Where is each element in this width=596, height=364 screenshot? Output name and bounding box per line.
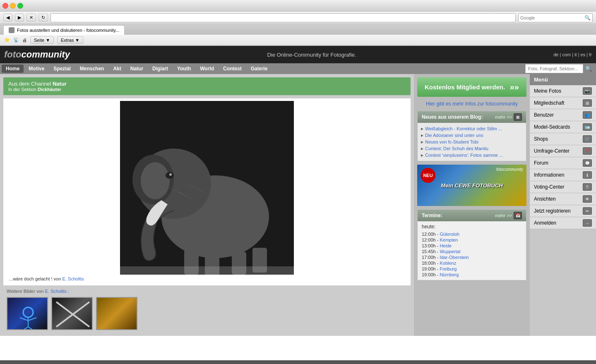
lang-it[interactable]: it <box>574 52 577 57</box>
menu-item-forum[interactable]: Forum💬 <box>530 157 596 169</box>
nav-search-input[interactable] <box>525 64 583 73</box>
join-label: Kostenlos Mitglied werden. <box>425 84 505 91</box>
refresh-button[interactable]: ↻ <box>38 14 48 22</box>
termine-more-link[interactable]: mehr >> <box>495 213 512 218</box>
favorites-icon[interactable]: ⭐ <box>4 37 10 43</box>
nav-motive[interactable]: Motive <box>24 65 48 73</box>
menu-item-mitgliedschaft[interactable]: Mitgliedschaft⊞ <box>530 97 596 109</box>
menu-item-benutzer[interactable]: Benutzer👥 <box>530 109 596 121</box>
blog-item-link[interactable]: Neues von fc-Student Tobi <box>425 139 478 144</box>
nav-akt[interactable]: Akt <box>109 65 125 73</box>
channel-header: Aus dem Channel Natur In der Sektion Dic… <box>3 77 411 95</box>
nav-home[interactable]: Home <box>2 65 24 73</box>
nav-contest[interactable]: Contest <box>219 65 246 73</box>
stop-button[interactable]: ✕ <box>26 14 36 22</box>
menu-item-label: Jetzt registrieren <box>534 208 571 214</box>
lang-es[interactable]: es <box>581 52 586 57</box>
blog-more-link[interactable]: mehr >> <box>495 115 512 120</box>
menu-items: Meine Fotos📷Mitgliedschaft⊞Benutzer👥Mode… <box>530 85 596 229</box>
svg-line-19 <box>22 327 28 330</box>
forum-icon: 💬 <box>583 159 592 167</box>
nav-natur[interactable]: Natur <box>126 65 147 73</box>
termine-city-link[interactable]: Freiburg <box>440 266 457 271</box>
menu-item-shops[interactable]: Shops🛒 <box>530 133 596 145</box>
thumbnail-1[interactable] <box>7 297 48 330</box>
menu-item-ansichten[interactable]: Ansichten👁 <box>530 193 596 205</box>
blog-item-link[interactable]: Contest: Der Schuh des Manitu <box>425 146 488 151</box>
vote-icon: !! <box>583 183 592 191</box>
blog-item-link[interactable]: Die Adoxianer sind unter uns <box>425 133 483 138</box>
info-link-container: Hier gibt es mehr Infos zur fotocommunit… <box>417 100 526 108</box>
info-link[interactable]: Hier gibt es mehr Infos zur fotocommunit… <box>426 101 518 107</box>
join-button[interactable]: Kostenlos Mitglied werden. »» <box>417 77 526 97</box>
thumbnails-row <box>3 295 411 333</box>
menu-item-umfrage-center[interactable]: Umfrage-Center❓ <box>530 145 596 157</box>
ad-banner[interactable]: NEU Mein CEWE FOTOBUCH fotocommunity <box>417 165 526 206</box>
forward-button[interactable]: ▶ <box>15 14 24 22</box>
menu-item-jetzt-registrieren[interactable]: Jetzt registrieren✏ <box>530 205 596 217</box>
logo-text: foto <box>4 49 22 60</box>
ad-neu-badge: NEU <box>421 168 435 183</box>
search-icon[interactable]: 🔍 <box>584 15 591 21</box>
termine-city-link[interactable]: Nürnberg <box>440 272 459 277</box>
termine-list-item: 15:45h - Wuppertal <box>422 249 522 254</box>
nav-digiart[interactable]: Digiart <box>148 65 172 73</box>
menu-item-label: Mitgliedschaft <box>534 100 564 106</box>
thumbnail-3[interactable] <box>96 297 137 330</box>
menu-item-model-sedcards[interactable]: Model-Sedcards🪪 <box>530 121 596 133</box>
termine-city-link[interactable]: Gütersloh <box>440 232 459 237</box>
blog-item-link[interactable]: Weißabgleich - Korrektur oder Stilm ... <box>425 126 502 131</box>
menu-item-meine-fotos[interactable]: Meine Fotos📷 <box>530 85 596 97</box>
info-icon: ℹ <box>583 171 592 179</box>
maximize-button[interactable] <box>17 3 23 9</box>
sektion-link[interactable]: Dickhäuter <box>38 87 61 92</box>
extras-button[interactable]: Extras ▼ <box>57 36 83 44</box>
close-button[interactable] <box>2 3 8 9</box>
blog-title: Neues aus unserem Blog: <box>422 114 483 120</box>
termine-city-link[interactable]: Wuppertal <box>440 249 460 254</box>
main-layout: Aus dem Channel Natur In der Sektion Dic… <box>0 74 596 336</box>
menu-item-voting-center[interactable]: Voting-Center!! <box>530 181 596 193</box>
search-input[interactable] <box>520 15 584 20</box>
browser-tab[interactable]: Fotos ausstellen und diskutieren - fotoc… <box>3 25 125 35</box>
back-button[interactable]: ◀ <box>3 14 12 22</box>
termine-city-link[interactable]: Kempten <box>440 237 458 242</box>
termine-city-link[interactable]: Koblenz <box>440 261 456 266</box>
menu-item-informationen[interactable]: Informationenℹ <box>530 169 596 181</box>
svg-point-15 <box>23 307 33 317</box>
thumbnail-2[interactable] <box>51 297 93 330</box>
blog-box: Neues aus unserem Blog: mehr >> ▦ Weißab… <box>417 111 526 161</box>
termine-title: Termine: <box>422 213 442 218</box>
nav-spezial[interactable]: Spezial <box>49 65 74 73</box>
termine-list-item: 12:00h - Kempten <box>422 237 522 243</box>
termine-city-link[interactable]: Idar-Oberstein <box>440 255 469 260</box>
main-content: Aus dem Channel Natur In der Sektion Dic… <box>0 74 414 336</box>
address-bar[interactable]: http://www.fotocommunity.de/ <box>50 13 516 22</box>
nav-youth[interactable]: Youth <box>173 65 195 73</box>
nav-search-button[interactable]: 🔍 <box>583 64 594 73</box>
lang-fr[interactable]: fr <box>589 52 592 57</box>
nav-menschen[interactable]: Menschen <box>76 65 108 73</box>
main-photo[interactable] <box>120 101 294 275</box>
print-icon[interactable]: 🖨 <box>22 38 27 43</box>
menu-item-label: Ansichten <box>534 196 556 202</box>
lang-com[interactable]: com <box>562 52 571 57</box>
termine-items: 12:00h - Gütersloh12:00h - Kempten13:00h… <box>422 231 522 278</box>
lang-de[interactable]: de <box>553 52 558 57</box>
join-arrow-icon: »» <box>510 82 519 92</box>
channel-name-link[interactable]: Natur <box>53 81 67 87</box>
url-input[interactable]: http://www.fotocommunity.de/ <box>53 15 513 20</box>
minimize-button[interactable] <box>10 3 16 9</box>
termine-city-link[interactable]: Heide <box>440 243 452 248</box>
seite-button[interactable]: Seite ▼ <box>30 36 54 44</box>
nav-galerie[interactable]: Galerie <box>247 65 272 73</box>
blog-item-link[interactable]: Contest 'vierpluseins': Fotos samme ... <box>425 153 503 158</box>
more-photos-label: Weitere Bilder von E. Scholtis : <box>3 288 411 295</box>
rss-icon[interactable]: 📡 <box>13 37 19 43</box>
ad-logo-text: fotocommunity <box>496 167 523 172</box>
search-bar[interactable]: 🔍 <box>518 13 593 22</box>
nav-world[interactable]: World <box>196 65 218 73</box>
more-photos-author-link[interactable]: E. Scholtis : <box>45 289 69 294</box>
menu-item-anmelden[interactable]: Anmelden→ <box>530 217 596 229</box>
photo-author-link[interactable]: E. Scholtis <box>62 276 84 281</box>
